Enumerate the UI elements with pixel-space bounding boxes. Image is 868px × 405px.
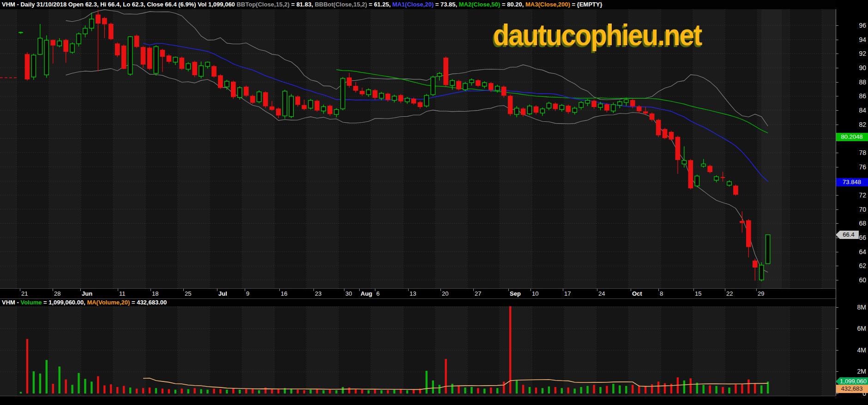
header-segment: = 73.85, [434,1,459,8]
axis-tick-mark [245,289,245,291]
volume-axis-tick-label: 2M [857,367,866,375]
axis-tick-mark [118,289,118,291]
volume-header-segment: Volume [20,299,42,306]
x-axis-tick-label: 27 [475,290,481,297]
x-axis-tick-label: 13 [410,290,416,297]
price-axis-tick: 92 [836,49,868,58]
price-axis-tick: 70 [836,205,868,214]
volume-header-segment: = 1,099,060.00, [42,299,87,306]
price-axis-tick-label: 86 [859,92,866,100]
axis-tick-mark [217,289,217,291]
volume-header-segment: = 432,683.00 [130,299,167,306]
x-axis-tick-label: 29 [758,290,764,297]
header-segment: = 61.25, [367,1,392,8]
axis-tick-mark [631,289,631,291]
x-axis-tick-label: Sep [510,290,521,297]
header-segment: MA2(Close,50) [459,1,500,8]
price-axis-tick-label: 62 [859,262,866,270]
price-axis-tick-label: 92 [859,49,866,58]
price-axis-tick-label: 68 [859,219,866,227]
volume-badge: 432,683 [836,385,868,393]
price-axis-tick: 76 [836,163,868,171]
price-axis-tick: 68 [836,219,868,227]
price-axis-tick: 64 [836,248,868,256]
axis-tick-mark [375,289,375,291]
x-axis-tick-label: Oct [632,290,642,297]
price-axis-tick-label: 60 [859,276,866,284]
price-axis[interactable]: 969492908886848280787674727068666462608M… [836,0,868,405]
header-segment: BBTop(Close,15,2) [236,1,289,8]
volume-axis-tick-label: 4M [857,346,866,354]
x-axis-tick-label: 24 [598,290,605,297]
x-axis-tick-label: 8 [660,290,663,297]
x-axis-tick-label: 9 [246,290,249,297]
price-pane-header: VHM - Daily 31/10/2018 Open 62.3, Hi 66.… [0,0,868,9]
price-axis-tick-label: 76 [859,163,866,171]
price-axis-tick: 88 [836,78,868,86]
price-axis-tick: 60 [836,276,868,284]
chart-window: VHM - Daily 31/10/2018 Open 62.3, Hi 66.… [0,0,868,405]
axis-tick-mark [508,289,509,291]
axis-tick-mark [693,289,694,291]
axis-tick-mark [473,289,474,291]
axis-tick-mark [80,289,81,291]
x-axis-tick-label: 21 [21,290,28,297]
price-axis-tick: 90 [836,64,868,72]
price-axis-tick-label: 90 [859,64,866,72]
price-axis-tick: 84 [836,106,868,114]
volume-axis-tick: 2M [836,367,868,375]
volume-axis-tick: 8M [836,303,868,311]
x-axis-tick-label: 16 [281,290,287,297]
axis-tick-mark [53,289,53,291]
price-axis-tick: 94 [836,36,868,44]
x-axis-tick-label: 11 [119,290,126,297]
x-axis-tick-label: 22 [726,290,733,297]
price-axis-tick: 82 [836,120,868,129]
x-axis: 2128Jun111825Jul9162330Aug6132027Sep1017… [0,289,836,298]
axis-tick-mark [151,289,151,291]
axis-tick-mark [313,289,314,291]
volume-axis-tick: 6M [836,324,868,333]
price-svg[interactable] [0,9,836,288]
price-chart-pane[interactable] [0,9,836,288]
axis-tick-mark [344,289,344,291]
axis-tick-mark [408,289,409,291]
x-axis-tick-label: 15 [695,290,701,297]
volume-chart-pane[interactable] [0,306,836,396]
volume-header-segment: MA(Volume,20) [87,299,130,306]
header-segment: MA1(Close,20) [392,1,434,8]
volume-axis-tick-label: 8M [857,303,866,311]
price-axis-tick: 62 [836,262,868,270]
price-axis-tick-label: 64 [859,248,866,256]
x-axis-tick-label: 23 [315,290,321,297]
axis-tick-mark [658,289,659,291]
axis-tick-mark [183,289,184,291]
axis-tick-mark [20,289,20,291]
header-segment: MA3(Close,200) [525,1,570,8]
volume-header-segment: VHM - [2,299,20,306]
volume-axis-tick-label: 6M [857,324,866,333]
price-badge: 66.4 [836,231,859,239]
price-axis-tick: 78 [836,149,868,157]
header-segment: = 81.83, [289,1,315,8]
axis-tick-mark [440,289,441,291]
pane-divider-mid [0,298,868,299]
x-axis-tick-label: Jul [218,290,227,297]
axis-tick-mark [530,289,531,291]
axis-line [836,9,836,396]
pane-divider-bottom [0,396,868,396]
header-segment: = 80.20, [500,1,525,8]
price-axis-tick-label: 96 [859,21,866,30]
x-axis-tick-label: 30 [345,290,352,297]
price-badge: 73.848 [836,178,868,186]
x-axis-tick-label: 17 [564,290,571,297]
axis-tick-mark [279,289,280,291]
volume-axis-tick: 4M [836,346,868,354]
volume-svg[interactable] [0,306,836,396]
pane-divider-top [0,288,868,289]
axis-tick-mark [563,289,563,291]
price-badge: 80.2048 [836,133,868,141]
price-axis-tick-label: 72 [859,191,866,199]
price-axis-tick-label: 66 [859,233,866,242]
price-axis-tick-label: 88 [859,78,866,86]
